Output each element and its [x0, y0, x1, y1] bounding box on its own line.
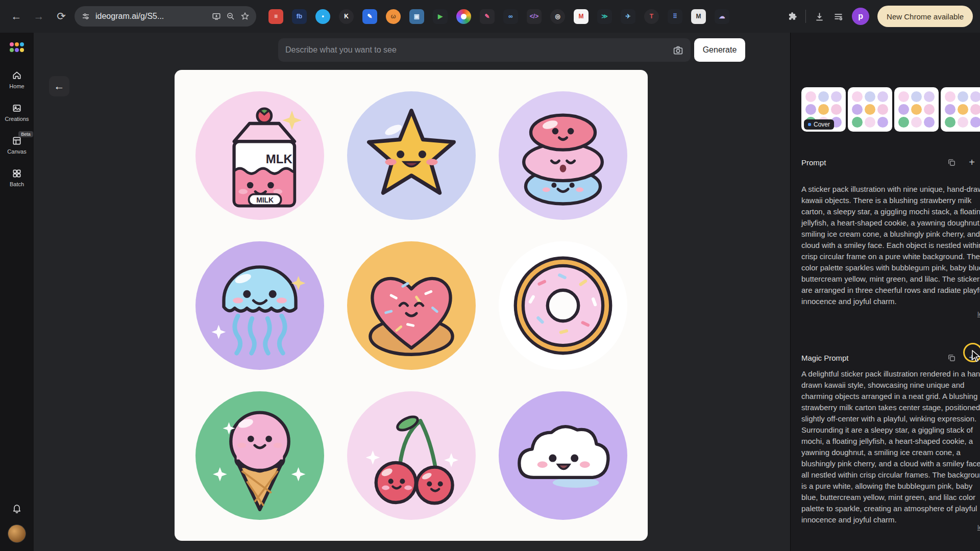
browser-reload-icon[interactable]: ⟳ [52, 7, 70, 26]
ext-rainbow-ring-icon[interactable] [456, 9, 471, 24]
ext-blue-box-icon[interactable]: ▣ [409, 9, 424, 24]
address-bar[interactable]: ideogram.ai/g/S5... [75, 6, 256, 27]
svg-text:MLK: MLK [265, 152, 292, 166]
ext-dots-grid-icon[interactable]: ⠿ [668, 9, 682, 24]
ext-orange-pet-icon[interactable]: ω [386, 9, 401, 24]
generated-image[interactable]: MLK MILK [175, 70, 648, 541]
magic-prompt-title: Magic Prompt [801, 354, 849, 362]
generate-button[interactable]: Generate [694, 38, 745, 62]
sidebar-item-label: Home [9, 83, 24, 89]
svg-text:MILK: MILK [256, 195, 274, 204]
new-chrome-button[interactable]: New Chrome available [877, 6, 973, 27]
result-thumbnail[interactable]: Cover [801, 87, 846, 132]
app-sidebar: Home Creations Beta Canvas Batch [0, 33, 34, 551]
ext-red-t-icon[interactable]: T [644, 9, 659, 24]
sticker-jellyfish [195, 241, 324, 370]
extensions-strip: ≡fb•K✎ω▣▶✎∞</>◎M≫✈T⠿M☁ [268, 9, 729, 24]
ext-blue-bird-icon[interactable]: ✈ [621, 9, 635, 24]
ext-lens-icon[interactable]: ◎ [550, 9, 565, 24]
ext-red-grid-icon[interactable]: ≡ [268, 9, 283, 24]
toolbar-right-cluster: p New Chrome available [787, 6, 973, 27]
magic-prompt-less-link[interactable]: less [801, 523, 980, 531]
sidebar-item-creations[interactable]: Creations [5, 103, 29, 122]
sticker-grid: MLK MILK [194, 89, 628, 521]
prompt-input[interactable] [285, 45, 668, 55]
user-avatar[interactable] [8, 524, 26, 543]
sticker-donut [499, 241, 627, 370]
ideogram-logo[interactable] [8, 41, 26, 56]
sticker-mochi [499, 91, 627, 220]
details-panel: Cover Prompt + A sticker pack illustrati… [790, 33, 980, 551]
browser-profile-avatar[interactable]: p [852, 8, 869, 25]
prompt-section-header: Prompt + [801, 156, 980, 168]
ext-blue-pen-icon[interactable]: ✎ [362, 9, 377, 24]
downloads-icon[interactable] [814, 11, 825, 22]
sidebar-item-label: Creations [5, 116, 29, 122]
sidebar-item-label: Batch [10, 181, 24, 187]
ext-play-icon[interactable]: ▶ [433, 9, 448, 24]
ext-fb-blue-icon[interactable]: fb [292, 9, 307, 24]
result-thumbnail[interactable] [894, 87, 939, 132]
prompt-less-link[interactable]: less [801, 310, 980, 318]
prompt-copy-button[interactable] [945, 156, 958, 168]
browser-forward-icon[interactable]: → [30, 7, 48, 26]
sticker-cherries [347, 391, 476, 520]
site-info-icon[interactable] [81, 12, 90, 21]
ext-k-dark-icon[interactable]: K [339, 9, 354, 24]
magic-prompt-section-header: Magic Prompt + [801, 352, 980, 364]
ext-sky-circle-icon[interactable]: • [315, 9, 330, 24]
install-app-icon[interactable] [212, 12, 221, 21]
magic-prompt-text: A delightful sticker pack illustration r… [801, 368, 980, 525]
sticker-heart-cookie [347, 241, 476, 370]
bookmark-star-icon[interactable] [240, 12, 250, 21]
url-text: ideogram.ai/g/S5... [95, 12, 207, 21]
sidebar-item-home[interactable]: Home [9, 70, 24, 89]
ext-code-icon[interactable]: </> [527, 9, 542, 24]
zoom-icon[interactable] [226, 12, 235, 21]
sidebar-item-batch[interactable]: Batch [10, 168, 24, 187]
ext-teal-chevrons-icon[interactable]: ≫ [597, 9, 612, 24]
magic-prompt-copy-button[interactable] [945, 352, 958, 364]
toolbar-divider [805, 10, 806, 23]
prompt-title: Prompt [801, 158, 826, 167]
sidebar-item-label: Canvas [7, 148, 26, 155]
back-button[interactable]: ← [49, 76, 69, 96]
media-controls-icon[interactable] [833, 11, 844, 22]
prompt-bar [278, 38, 691, 62]
ext-cloud-icon[interactable]: ☁ [715, 9, 729, 24]
magic-prompt-expand-button[interactable]: + [966, 352, 978, 364]
notifications-bell-icon[interactable] [12, 503, 22, 515]
sidebar-item-canvas[interactable]: Beta Canvas [7, 136, 26, 155]
sidebar-bottom [8, 503, 26, 551]
ext-link-icon[interactable]: ∞ [503, 9, 518, 24]
result-thumbnail[interactable] [848, 87, 892, 132]
ext-gray-m-icon[interactable]: M [691, 9, 706, 24]
camera-icon[interactable] [673, 45, 683, 56]
prompt-expand-button[interactable]: + [966, 156, 978, 168]
result-thumbnail[interactable] [941, 87, 980, 132]
extensions-puzzle-icon[interactable] [787, 11, 797, 21]
thumbnail-row: Cover [801, 87, 980, 132]
ext-pink-pen-icon[interactable]: ✎ [480, 9, 495, 24]
browser-back-icon[interactable]: ← [7, 7, 26, 26]
beta-badge: Beta [18, 131, 33, 137]
sticker-cloud [499, 391, 627, 520]
sticker-milk-carton: MLK MILK [195, 91, 324, 220]
cover-badge: Cover [804, 119, 834, 130]
prompt-text: A sticker pack illustration with nine un… [801, 184, 980, 307]
ext-red-m-icon[interactable]: M [574, 9, 589, 24]
sticker-ice-cream [195, 391, 324, 520]
browser-toolbar: ← → ⟳ ideogram.ai/g/S5... ≡fb•K✎ω▣▶✎∞</>… [0, 0, 980, 33]
sticker-star [347, 91, 476, 220]
